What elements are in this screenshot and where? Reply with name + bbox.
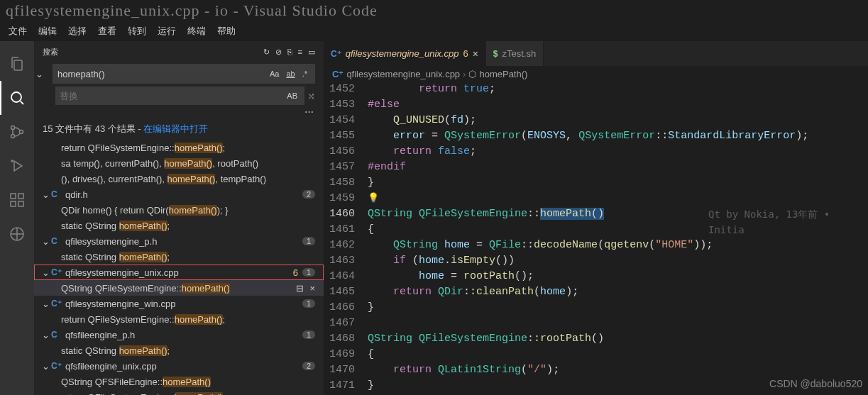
code-line[interactable]: QString home = QFile::decodeName(qgetenv… bbox=[368, 238, 868, 253]
code-line[interactable] bbox=[368, 316, 868, 331]
menu-item[interactable]: 帮助 bbox=[211, 22, 241, 40]
code-line[interactable]: return QLatin1String("/"); bbox=[368, 362, 868, 378]
code-line[interactable]: } bbox=[368, 300, 868, 316]
line-number: 1465 bbox=[324, 284, 355, 300]
result-line[interactable]: QString QFileSystemEngine::homePath()⊟× bbox=[34, 280, 324, 296]
code-line[interactable]: #else bbox=[368, 97, 868, 113]
result-file[interactable]: ⌄Cqdir.h2 bbox=[34, 187, 324, 202]
result-line[interactable]: return QFileSystemEngine::homePath(); bbox=[34, 140, 324, 155]
code-line[interactable]: Q_UNUSED(fd); bbox=[368, 113, 868, 128]
replace-input-box[interactable]: AB bbox=[55, 87, 304, 105]
code-line[interactable]: return false; bbox=[368, 144, 868, 160]
result-line[interactable]: return QFileSystemEngine::homePath(); bbox=[34, 311, 324, 327]
code-line[interactable]: return QDir::cleanPath(home); bbox=[368, 284, 868, 300]
refresh-icon[interactable]: ↻ bbox=[263, 48, 270, 57]
expand-icon[interactable]: ▭ bbox=[308, 48, 315, 57]
regex-icon[interactable]: .* bbox=[300, 68, 310, 79]
breadcrumb[interactable]: C⁺ qfilesystemengine_unix.cpp › ⬡ homePa… bbox=[324, 66, 868, 82]
code-line[interactable]: if (home.isEmpty()) bbox=[368, 253, 868, 269]
menu-item[interactable]: 查看 bbox=[92, 22, 122, 40]
file-icon: C⁺ bbox=[51, 267, 62, 277]
toggle-replace-icon[interactable]: ⌄ bbox=[34, 69, 44, 79]
replace-input[interactable] bbox=[60, 91, 284, 101]
result-file[interactable]: ⌄Cqfsfileengine_p.h1 bbox=[34, 327, 324, 343]
results-summary: 15 文件中有 43 个结果 - 在编辑器中打开 bbox=[34, 118, 324, 140]
tab[interactable]: C⁺qfilesystemengine_unix.cpp6× bbox=[324, 41, 486, 66]
match-case-icon[interactable]: Aa bbox=[267, 68, 282, 79]
whole-word-icon[interactable]: ab bbox=[283, 68, 297, 79]
code-line[interactable]: } bbox=[368, 175, 868, 191]
editor-area: C⁺qfilesystemengine_unix.cpp6×$zTest.sh … bbox=[324, 41, 868, 395]
line-number: 1467 bbox=[324, 316, 355, 331]
code-line[interactable] bbox=[368, 191, 868, 206]
line-number: 1471 bbox=[324, 378, 355, 394]
menu-item[interactable]: 运行 bbox=[152, 22, 182, 40]
activity-bar bbox=[0, 41, 34, 395]
code-line[interactable]: { bbox=[368, 347, 868, 362]
replace-all-icon[interactable]: ⤭ bbox=[307, 91, 315, 101]
result-line[interactable]: static QString homePath(); bbox=[34, 218, 324, 233]
extensions-icon[interactable] bbox=[0, 183, 34, 217]
result-file[interactable]: ⌄C⁺qfilesystemengine_unix.cpp61 bbox=[34, 265, 324, 280]
chevron-down-icon[interactable]: ⌄ bbox=[40, 299, 51, 309]
line-number: 1468 bbox=[324, 331, 355, 347]
lightbulb-icon[interactable]: 💡 bbox=[368, 191, 379, 206]
result-line[interactable]: static QString homePath(); bbox=[34, 249, 324, 265]
preserve-case-icon[interactable]: AB bbox=[284, 90, 300, 101]
menu-item[interactable]: 文件 bbox=[3, 22, 33, 40]
chevron-down-icon[interactable]: ⌄ bbox=[40, 189, 51, 200]
results-tree[interactable]: return QFileSystemEngine::homePath();sa … bbox=[34, 140, 324, 395]
result-line[interactable]: return QFileSystemEngine::homePath(); bbox=[34, 389, 324, 395]
sidebar-title: 搜索 bbox=[43, 47, 58, 57]
svg-point-4 bbox=[11, 160, 13, 162]
source-control-icon[interactable] bbox=[0, 115, 34, 149]
menu-item[interactable]: 选择 bbox=[62, 22, 92, 40]
chevron-down-icon[interactable]: ⌄ bbox=[40, 267, 51, 278]
menu-item[interactable]: 终端 bbox=[182, 22, 211, 40]
result-line[interactable]: QString QFSFileEngine::homePath() bbox=[34, 374, 324, 389]
chevron-down-icon[interactable]: ⌄ bbox=[40, 236, 51, 247]
menu-item[interactable]: 编辑 bbox=[33, 22, 62, 40]
dismiss-icon[interactable]: ⊟ bbox=[296, 283, 304, 294]
chevron-down-icon[interactable]: ⌄ bbox=[40, 361, 51, 372]
result-line[interactable]: sa temp(), currentPath(), homePath(), ro… bbox=[34, 155, 324, 171]
svg-rect-5 bbox=[11, 194, 16, 199]
clear-icon[interactable]: ⊘ bbox=[275, 48, 282, 57]
close-icon[interactable]: × bbox=[473, 48, 478, 60]
breadcrumb-symbol[interactable]: homePath() bbox=[479, 69, 527, 79]
line-number: 1453 bbox=[324, 97, 355, 113]
run-debug-icon[interactable] bbox=[0, 149, 34, 183]
line-number: 1454 bbox=[324, 113, 355, 128]
result-file[interactable]: ⌄C⁺qfilesystemengine_win.cpp1 bbox=[34, 296, 324, 311]
code-area[interactable]: 1452145314541455145614571458145914601461… bbox=[324, 82, 868, 395]
explorer-icon[interactable] bbox=[0, 47, 34, 81]
file-icon: C⁺ bbox=[51, 299, 62, 308]
menu-item[interactable]: 转到 bbox=[122, 22, 152, 40]
open-in-editor-link[interactable]: 在编辑器中打开 bbox=[143, 123, 208, 134]
breadcrumb-file[interactable]: qfilesystemengine_unix.cpp bbox=[346, 69, 460, 79]
close-icon[interactable]: × bbox=[309, 283, 315, 294]
code-line[interactable]: home = rootPath(); bbox=[368, 269, 868, 284]
code-line[interactable]: error = QSystemError(ENOSYS, QSystemErro… bbox=[368, 128, 868, 144]
new-file-icon[interactable]: ⎘ bbox=[287, 48, 292, 57]
tab[interactable]: $zTest.sh bbox=[486, 41, 544, 66]
result-line[interactable]: QDir home() { return QDir(homePath()); } bbox=[34, 202, 324, 218]
search-input[interactable] bbox=[57, 69, 267, 79]
search-input-box[interactable]: Aa ab .* bbox=[53, 64, 315, 84]
chevron-down-icon[interactable]: ⌄ bbox=[40, 330, 51, 340]
result-line[interactable]: (), drives(), currentPath(), homePath(),… bbox=[34, 171, 324, 187]
remote-icon[interactable] bbox=[0, 217, 34, 251]
search-icon[interactable] bbox=[0, 81, 34, 115]
toggle-details-icon[interactable]: ⋯ bbox=[34, 106, 324, 118]
dirty-indicator: 6 bbox=[463, 48, 468, 59]
code-line[interactable]: return true; bbox=[368, 82, 868, 97]
collapse-icon[interactable]: ≡ bbox=[298, 48, 302, 57]
svg-point-0 bbox=[11, 92, 21, 102]
result-file[interactable]: ⌄Cqfilesystemengine_p.h1 bbox=[34, 233, 324, 249]
tab-label: qfilesystemengine_unix.cpp bbox=[346, 48, 459, 59]
result-file[interactable]: ⌄C⁺qfsfileengine_unix.cpp2 bbox=[34, 358, 324, 374]
code-line[interactable]: QString QFileSystemEngine::rootPath() bbox=[368, 331, 868, 347]
line-number: 1461 bbox=[324, 222, 355, 238]
result-line[interactable]: static QString homePath(); bbox=[34, 343, 324, 358]
code-line[interactable]: #endif bbox=[368, 160, 868, 175]
